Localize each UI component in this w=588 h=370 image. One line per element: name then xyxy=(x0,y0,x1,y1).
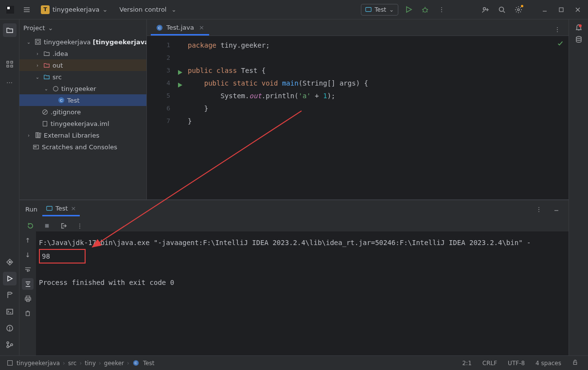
tree-scratches[interactable]: Scratches and Consoles xyxy=(19,141,146,153)
run-tab-label: Test xyxy=(55,205,68,212)
status-line-col[interactable]: 2:1 xyxy=(458,360,475,367)
code-with-me-icon[interactable] xyxy=(479,3,492,16)
svg-point-50 xyxy=(35,146,36,147)
right-tool-strip xyxy=(569,19,588,355)
svg-rect-20 xyxy=(559,8,563,12)
tree-idea-label: .idea xyxy=(53,50,68,57)
run-config-selector[interactable]: Test ⌄ xyxy=(361,4,398,16)
main-menu-icon[interactable] xyxy=(20,3,33,16)
tree-idea[interactable]: › .idea xyxy=(19,48,146,59)
editor-tabs-options-icon[interactable]: ⋮ xyxy=(551,23,564,35)
line-number: 7 xyxy=(147,115,185,127)
maximize-window-icon[interactable] xyxy=(555,3,568,16)
close-icon[interactable]: × xyxy=(71,205,76,212)
database-tool-icon[interactable] xyxy=(575,35,583,45)
svg-marker-6 xyxy=(406,7,411,12)
svg-text:C: C xyxy=(60,98,63,103)
structure-tool-icon[interactable] xyxy=(3,57,17,71)
status-indent[interactable]: 4 spaces xyxy=(532,360,565,367)
status-line-sep[interactable]: CRLF xyxy=(479,360,501,367)
svg-marker-54 xyxy=(178,70,182,75)
run-config-label: Test xyxy=(374,6,386,13)
project-selector[interactable]: T tinygeekerjava ⌄ xyxy=(37,3,111,16)
project-panel-header[interactable]: Project ⌄ xyxy=(19,19,146,36)
source-folder-icon xyxy=(43,73,51,80)
module-icon xyxy=(6,360,14,366)
tree-root-label: tinygeekerjava xyxy=(44,38,91,46)
svg-point-7 xyxy=(423,8,427,12)
breadcrumb-item[interactable]: Test xyxy=(143,360,155,367)
debug-button[interactable] xyxy=(419,3,431,16)
ignore-icon xyxy=(41,109,49,115)
stop-icon[interactable] xyxy=(41,220,53,231)
tree-root[interactable]: ⌄ tinygeekerjava [tinygeekerjava] D:\t xyxy=(19,36,146,48)
run-tab-test[interactable]: Test × xyxy=(42,202,80,216)
rerun-icon[interactable] xyxy=(24,220,36,231)
hide-panel-icon[interactable] xyxy=(550,203,563,215)
close-icon[interactable]: × xyxy=(199,24,204,31)
project-panel-title: Project xyxy=(23,24,45,32)
code-editor[interactable]: 1 2 3 4 5 6 7 package tiny.geeker; publi… xyxy=(147,36,569,199)
run-tool-icon[interactable] xyxy=(3,272,17,285)
breadcrumb-item[interactable]: geeker xyxy=(104,360,124,367)
tree-gitignore[interactable]: .gitignore xyxy=(19,106,146,118)
print-icon[interactable] xyxy=(22,293,34,304)
settings-icon[interactable] xyxy=(512,3,525,16)
services-tool-icon[interactable] xyxy=(3,255,17,269)
svg-rect-39 xyxy=(36,40,39,43)
svg-rect-45 xyxy=(43,121,47,126)
search-icon[interactable] xyxy=(496,3,508,16)
status-encoding[interactable]: UTF-8 xyxy=(504,360,529,367)
up-icon[interactable]: ↑ xyxy=(22,234,34,246)
terminal-tool-icon[interactable] xyxy=(3,305,17,318)
svg-line-9 xyxy=(422,9,423,10)
clear-icon[interactable] xyxy=(22,307,34,319)
vcs-tool-icon[interactable] xyxy=(3,338,17,352)
vcs-menu[interactable]: Version control xyxy=(115,4,180,15)
build-tool-icon[interactable] xyxy=(3,288,17,302)
scroll-to-end-icon[interactable] xyxy=(22,278,34,290)
svg-marker-29 xyxy=(8,276,12,281)
svg-rect-58 xyxy=(45,224,48,228)
tree-ext-libs[interactable]: › External Libraries xyxy=(19,129,146,141)
tree-src[interactable]: ⌄ src xyxy=(19,71,146,83)
run-panel-options-icon[interactable]: ⋮ xyxy=(533,203,545,215)
breadcrumb-item[interactable]: src xyxy=(68,360,77,367)
tree-pkg-label: tiny.geeker xyxy=(61,85,96,92)
exit-icon[interactable] xyxy=(57,220,69,231)
console-more-icon[interactable]: ⋮ xyxy=(74,220,86,231)
tree-out[interactable]: › out xyxy=(19,59,146,71)
tab-test-java[interactable]: C Test.java × xyxy=(151,21,209,35)
run-button[interactable] xyxy=(402,3,415,16)
tree-pkg[interactable]: ⌄ tiny.geeker xyxy=(19,83,146,94)
app-icon[interactable] xyxy=(4,3,17,16)
console-output[interactable]: F:\Java\jdk-17\bin\java.exe "-javaagent:… xyxy=(36,231,569,355)
code-body[interactable]: package tiny.geeker; public class Test {… xyxy=(185,36,569,199)
readonly-toggle-icon[interactable] xyxy=(568,359,582,367)
minimize-window-icon[interactable] xyxy=(538,3,551,16)
tree-iml[interactable]: tinygeekerjava.iml xyxy=(19,118,146,129)
svg-point-13 xyxy=(483,7,486,10)
project-tree: ⌄ tinygeekerjava [tinygeekerjava] D:\t ›… xyxy=(19,36,146,199)
close-window-icon[interactable] xyxy=(571,3,584,16)
class-icon: C xyxy=(57,97,65,104)
notifications-icon[interactable] xyxy=(575,23,583,33)
down-icon[interactable]: ↓ xyxy=(22,249,34,261)
inspection-ok-icon[interactable] xyxy=(557,40,564,48)
tree-test-class[interactable]: C Test xyxy=(19,94,146,106)
soft-wrap-icon[interactable] xyxy=(22,264,34,275)
vcs-menu-label: Version control xyxy=(119,6,166,13)
breadcrumb-item[interactable]: tinygeekerjava xyxy=(17,360,60,367)
svg-rect-38 xyxy=(36,39,41,45)
svg-line-17 xyxy=(503,11,505,13)
console-exit-line: Process finished with exit code 0 xyxy=(39,276,566,289)
problems-tool-icon[interactable] xyxy=(3,321,17,335)
svg-rect-48 xyxy=(39,133,41,138)
more-tool-icon[interactable]: … xyxy=(3,74,17,88)
folder-icon xyxy=(43,62,51,69)
more-actions-icon[interactable]: ⋮ xyxy=(435,3,448,16)
tree-src-label: src xyxy=(53,73,62,81)
line-number: 1 xyxy=(147,39,185,52)
breadcrumb-item[interactable]: tiny xyxy=(85,360,96,367)
project-tool-icon[interactable] xyxy=(3,23,17,37)
